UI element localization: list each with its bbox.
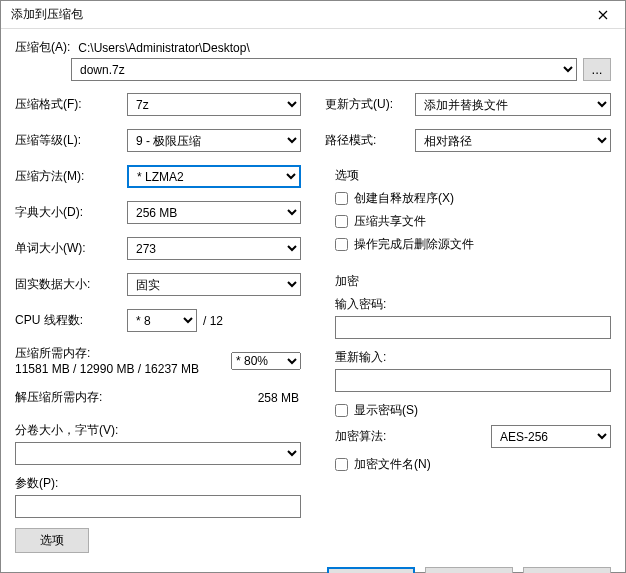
method-select[interactable]: * LZMA2 [127, 165, 301, 188]
window-title: 添加到压缩包 [11, 6, 83, 23]
format-select[interactable]: 7z [127, 93, 301, 116]
encnames-checkbox[interactable] [335, 458, 348, 471]
ok-button[interactable]: 确定 [327, 567, 415, 573]
mem-compress-value: 11581 MB / 12990 MB / 16237 MB [15, 362, 231, 376]
password-label: 输入密码: [335, 296, 611, 313]
solid-select[interactable]: 固实 [127, 273, 301, 296]
right-column: 更新方式(U): 添加并替换文件 路径模式: 相对路径 选项 创建自释放程序(X… [325, 93, 611, 553]
sfx-label: 创建自释放程序(X) [354, 190, 454, 207]
method-label: 压缩方法(M): [15, 168, 127, 185]
word-select[interactable]: 273 [127, 237, 301, 260]
showpw-label: 显示密码(S) [354, 402, 418, 419]
threads-select[interactable]: * 8 [127, 309, 197, 332]
mem-decompress-value: 258 MB [127, 391, 301, 405]
format-label: 压缩格式(F): [15, 96, 127, 113]
options-group-title: 选项 [325, 167, 611, 184]
archive-filename-input[interactable]: down.7z [71, 58, 577, 81]
encrypt-group-title: 加密 [325, 273, 611, 290]
password2-label: 重新输入: [335, 349, 611, 366]
pathmode-label: 路径模式: [325, 132, 415, 149]
dict-select[interactable]: 256 MB [127, 201, 301, 224]
help-button[interactable]: 帮助 [523, 567, 611, 573]
titlebar: 添加到压缩包 [1, 1, 625, 29]
solid-label: 固实数据大小: [15, 276, 127, 293]
mem-compress-label: 压缩所需内存: [15, 345, 231, 362]
algo-select[interactable]: AES-256 [491, 425, 611, 448]
level-label: 压缩等级(L): [15, 132, 127, 149]
showpw-checkbox[interactable] [335, 404, 348, 417]
threads-label: CPU 线程数: [15, 312, 127, 329]
password2-input[interactable] [335, 369, 611, 392]
delete-label: 操作完成后删除源文件 [354, 236, 474, 253]
close-button[interactable] [585, 4, 621, 26]
pathmode-select[interactable]: 相对路径 [415, 129, 611, 152]
shared-label: 压缩共享文件 [354, 213, 426, 230]
update-label: 更新方式(U): [325, 96, 415, 113]
level-select[interactable]: 9 - 极限压缩 [127, 129, 301, 152]
options-button[interactable]: 选项 [15, 528, 89, 553]
close-icon [598, 10, 608, 20]
browse-button[interactable]: ... [583, 58, 611, 81]
algo-label: 加密算法: [335, 428, 491, 445]
left-column: 压缩格式(F): 7z 压缩等级(L): 9 - 极限压缩 压缩方法(M): *… [15, 93, 301, 553]
split-select[interactable] [15, 442, 301, 465]
archive-path: C:\Users\Administrator\Desktop\ [78, 41, 249, 55]
params-input[interactable] [15, 495, 301, 518]
sfx-checkbox[interactable] [335, 192, 348, 205]
mem-percent-select[interactable]: * 80% [231, 352, 301, 370]
threads-max: / 12 [203, 314, 223, 328]
dialog-footer: 确定 取消 帮助 [15, 557, 611, 573]
encnames-label: 加密文件名(N) [354, 456, 431, 473]
delete-checkbox[interactable] [335, 238, 348, 251]
dict-label: 字典大小(D): [15, 204, 127, 221]
archive-label: 压缩包(A): [15, 39, 70, 56]
mem-decompress-label: 解压缩所需内存: [15, 389, 127, 406]
word-label: 单词大小(W): [15, 240, 127, 257]
dialog-window: 添加到压缩包 压缩包(A): C:\Users\Administrator\De… [0, 0, 626, 573]
params-label: 参数(P): [15, 475, 301, 492]
cancel-button[interactable]: 取消 [425, 567, 513, 573]
split-label: 分卷大小，字节(V): [15, 422, 301, 439]
update-select[interactable]: 添加并替换文件 [415, 93, 611, 116]
shared-checkbox[interactable] [335, 215, 348, 228]
password-input[interactable] [335, 316, 611, 339]
